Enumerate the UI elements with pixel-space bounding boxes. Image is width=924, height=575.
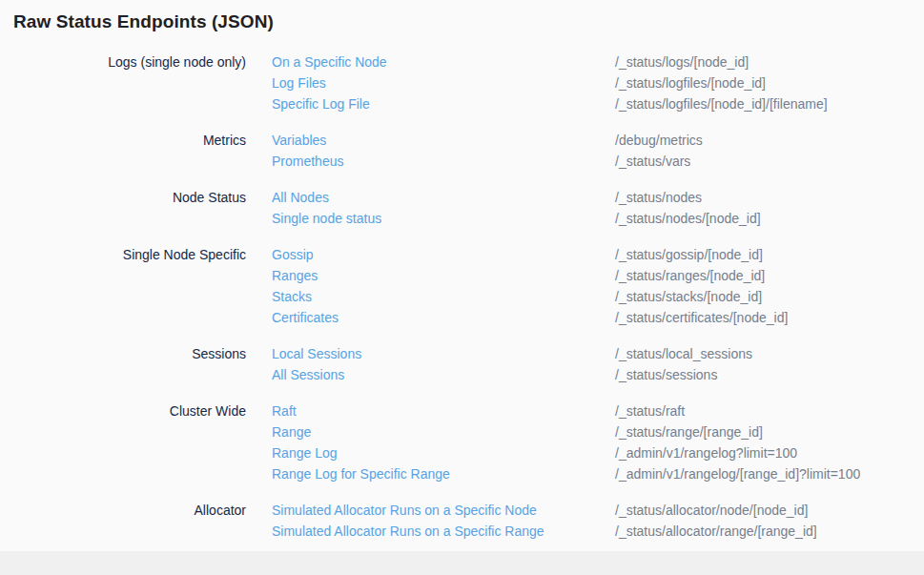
endpoint-path: /_status/sessions (615, 364, 924, 385)
endpoint-link-stacks[interactable]: Stacks (272, 286, 615, 307)
endpoint-link-single-node-status[interactable]: Single node status (272, 208, 615, 229)
group-cluster-wide: Cluster Wide Raft /_status/raft Range /_… (13, 400, 924, 484)
endpoint-path: /_status/range/[range_id] (615, 421, 924, 442)
page-title: Raw Status Endpoints (JSON) (13, 11, 924, 32)
endpoint-path: /_status/certificates/[node_id] (615, 307, 924, 328)
group-logs: Logs (single node only) On a Specific No… (13, 51, 924, 114)
group-single-node-specific: Single Node Specific Gossip /_status/gos… (13, 244, 924, 328)
endpoint-path: /_status/raft (615, 400, 924, 421)
group-category-label: Metrics (13, 130, 272, 172)
endpoint-path: /debug/metrics (615, 130, 924, 151)
endpoint-path: /_status/nodes/[node_id] (615, 208, 924, 229)
group-category-label: Logs (single node only) (13, 51, 272, 114)
endpoint-path: /_status/logfiles/[node_id]/[filename] (615, 93, 924, 114)
endpoint-path: /_status/nodes (615, 187, 924, 208)
endpoint-link-certificates[interactable]: Certificates (272, 307, 615, 328)
group-allocator: Allocator Simulated Allocator Runs on a … (13, 500, 924, 542)
endpoint-link-local-sessions[interactable]: Local Sessions (272, 343, 615, 364)
endpoint-link-raft[interactable]: Raft (272, 400, 615, 421)
endpoint-link-range[interactable]: Range (272, 421, 615, 442)
endpoint-path: /_admin/v1/rangelog?limit=100 (615, 442, 924, 463)
endpoint-link-range-log-for-specific-range[interactable]: Range Log for Specific Range (272, 463, 615, 484)
group-sessions: Sessions Local Sessions /_status/local_s… (13, 343, 924, 385)
debug-page-content: Raw Status Endpoints (JSON) Logs (single… (0, 0, 924, 551)
endpoint-path: /_status/allocator/range/[range_id] (615, 521, 924, 542)
endpoint-path: /_status/stacks/[node_id] (615, 286, 924, 307)
endpoint-link-specific-log-file[interactable]: Specific Log File (272, 93, 615, 114)
group-category-label: Node Status (13, 187, 272, 229)
endpoint-link-all-nodes[interactable]: All Nodes (272, 187, 615, 208)
endpoint-link-ranges[interactable]: Ranges (272, 265, 615, 286)
group-category-label: Allocator (13, 500, 272, 542)
group-category-label: Cluster Wide (13, 400, 272, 484)
endpoint-link-variables[interactable]: Variables (272, 130, 615, 151)
endpoint-path: /_status/ranges/[node_id] (615, 265, 924, 286)
endpoint-link-simulated-allocator-runs-range[interactable]: Simulated Allocator Runs on a Specific R… (272, 521, 615, 542)
endpoint-link-log-files[interactable]: Log Files (272, 72, 615, 93)
endpoint-link-gossip[interactable]: Gossip (272, 244, 615, 265)
endpoint-link-simulated-allocator-runs-node[interactable]: Simulated Allocator Runs on a Specific N… (272, 500, 615, 521)
group-category-label: Sessions (13, 343, 272, 385)
raw-status-endpoints-table: Logs (single node only) On a Specific No… (13, 51, 924, 542)
group-metrics: Metrics Variables /debug/metrics Prometh… (13, 130, 924, 172)
group-category-label: Single Node Specific (13, 244, 272, 328)
endpoint-path: /_status/local_sessions (615, 343, 924, 364)
endpoint-path: /_status/logs/[node_id] (615, 51, 924, 72)
endpoint-link-prometheus[interactable]: Prometheus (272, 151, 615, 172)
endpoint-link-on-a-specific-node[interactable]: On a Specific Node (272, 51, 615, 72)
endpoint-path: /_status/logfiles/[node_id] (615, 72, 924, 93)
endpoint-link-range-log[interactable]: Range Log (272, 442, 615, 463)
endpoint-link-all-sessions[interactable]: All Sessions (272, 364, 615, 385)
endpoint-path: /_status/allocator/node/[node_id] (615, 500, 924, 521)
endpoint-path: /_admin/v1/rangelog/[range_id]?limit=100 (615, 463, 924, 484)
endpoint-path: /_status/gossip/[node_id] (615, 244, 924, 265)
endpoint-path: /_status/vars (615, 151, 924, 172)
group-node-status: Node Status All Nodes /_status/nodes Sin… (13, 187, 924, 229)
